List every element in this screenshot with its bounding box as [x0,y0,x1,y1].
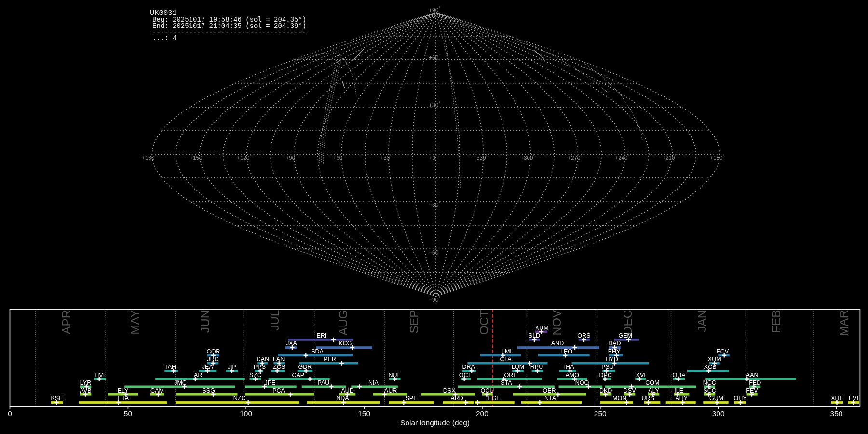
svg-text:JEA: JEA [202,364,214,370]
svg-text:NDA: NDA [336,395,349,402]
svg-text:NOO: NOO [575,380,589,386]
svg-text:+240°: +240° [615,154,629,161]
svg-text:AUG: AUG [337,310,350,336]
svg-text:−90°: −90° [429,296,440,303]
svg-text:OER: OER [542,387,556,394]
svg-text:JUN: JUN [199,310,212,333]
svg-text:JRC: JRC [207,356,218,363]
svg-text:AUD: AUD [341,387,353,394]
svg-text:ZCS: ZCS [273,364,285,370]
svg-text:FAN: FAN [273,356,285,363]
svg-text:SCC: SCC [703,387,716,394]
svg-text:GUM: GUM [709,395,723,402]
svg-text:+60°: +60° [333,154,344,161]
svg-text:KSE: KSE [51,395,63,402]
svg-text:+60°: +60° [429,54,440,61]
svg-text:EVI: EVI [849,395,858,402]
svg-text:DSV: DSV [624,387,636,394]
svg-text:PER: PER [324,356,336,363]
svg-text:OCT: OCT [477,310,490,335]
svg-text:GDR: GDR [298,364,312,370]
svg-text:XHE: XHE [831,395,843,402]
svg-text:AAN: AAN [746,372,759,379]
svg-text:ELY: ELY [118,387,129,394]
svg-text:MAY: MAY [128,310,141,335]
svg-text:URS: URS [641,395,654,402]
svg-text:GEM: GEM [618,332,632,339]
svg-text:SDA: SDA [311,348,324,355]
svg-text:+270°: +270° [568,154,582,161]
svg-text:100: 100 [240,409,252,418]
svg-text:JUL: JUL [268,310,281,331]
svg-text:NTA: NTA [544,395,556,402]
svg-text:NIA: NIA [368,380,379,386]
svg-text:QUA: QUA [672,372,686,379]
svg-text:ECV: ECV [716,348,729,355]
svg-text:200: 200 [476,409,488,418]
svg-text:DPC: DPC [599,372,612,379]
svg-text:0: 0 [8,409,12,418]
svg-text:JIP: JIP [228,364,236,370]
svg-text:DAD: DAD [608,340,621,347]
svg-text:+30°: +30° [380,154,392,161]
svg-text:HVI: HVI [95,372,105,379]
svg-text:NCC: NCC [703,380,716,386]
svg-text:AMO: AMO [565,372,579,379]
svg-text:+90°: +90° [286,154,297,161]
svg-text:LMI: LMI [502,348,512,355]
svg-text:+120°: +120° [237,154,251,161]
svg-text:ETA: ETA [118,395,129,402]
svg-text:+180°: +180° [710,154,724,161]
svg-text:50: 50 [124,409,133,418]
svg-text:JAN: JAN [695,310,708,332]
svg-text:+90°: +90° [429,6,440,14]
svg-text:LUM: LUM [512,364,524,370]
svg-text:LYR: LYR [80,380,91,386]
svg-text:COM: COM [645,380,659,386]
svg-text:+180°: +180° [142,154,156,161]
svg-text:SLD: SLD [529,332,540,339]
svg-text:AND: AND [551,340,564,347]
svg-text:SZC: SZC [249,372,261,379]
svg-text:ARD: ARD [450,395,463,402]
svg-text:SPE: SPE [405,395,417,402]
svg-text:NOV: NOV [550,310,563,336]
svg-text:TAH: TAH [164,364,176,370]
svg-text:XVI: XVI [636,372,646,379]
svg-text:JPE: JPE [265,380,276,386]
svg-text:150: 150 [358,409,370,418]
svg-text:HYD: HYD [606,356,618,363]
svg-text:ORS: ORS [577,332,590,339]
svg-text:PAU: PAU [318,380,330,386]
svg-text:DEC: DEC [621,310,634,335]
svg-text:−60°: −60° [429,248,440,256]
svg-text:+210°: +210° [662,154,676,161]
svg-text:OCT: OCT [459,372,472,379]
svg-text:SSG: SSG [202,387,215,394]
svg-text:NZC: NZC [233,395,246,402]
svg-text:350: 350 [830,409,843,418]
svg-text:ILE: ILE [674,387,683,394]
svg-text:PSU: PSU [601,364,614,370]
svg-text:CAN: CAN [257,356,269,363]
svg-text:+330°: +330° [473,154,487,161]
svg-text:AVB: AVB [80,387,91,394]
svg-text:FEV: FEV [746,387,758,394]
svg-text:COR: COR [207,348,220,355]
svg-text:+150°: +150° [190,154,203,161]
svg-text:NUE: NUE [389,372,401,379]
svg-text:ORI: ORI [504,372,515,379]
svg-text:OHY: OHY [733,395,747,402]
svg-text:250: 250 [594,409,607,418]
svg-text:OCU: OCU [481,387,494,394]
svg-text:XUM: XUM [708,356,721,363]
svg-text:AUR: AUR [384,387,397,394]
svg-text:+30°: +30° [429,101,440,108]
svg-text:APR: APR [60,310,73,334]
svg-text:JXA: JXA [286,340,298,347]
svg-text:300: 300 [712,409,725,418]
svg-text:ERI: ERI [316,332,326,339]
svg-text:ARI: ARI [194,372,204,379]
svg-text:LEO: LEO [560,348,572,355]
svg-text:DRA: DRA [462,364,475,370]
